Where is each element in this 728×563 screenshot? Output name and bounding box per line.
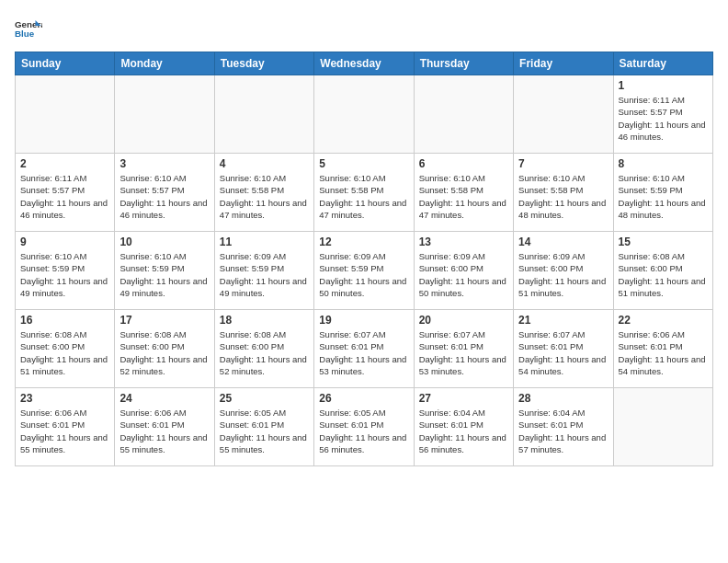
day-info: Sunrise: 6:08 AM Sunset: 6:00 PM Dayligh…	[119, 328, 209, 377]
calendar-cell: 26Sunrise: 6:05 AM Sunset: 6:01 PM Dayli…	[314, 388, 414, 466]
calendar-cell: 8Sunrise: 6:10 AM Sunset: 5:59 PM Daylig…	[613, 154, 712, 232]
calendar-cell	[314, 75, 414, 154]
day-number: 1	[619, 79, 708, 92]
day-number: 28	[518, 392, 608, 405]
day-header-monday: Monday	[115, 52, 214, 75]
week-row-1: 1Sunrise: 6:11 AM Sunset: 5:57 PM Daylig…	[16, 75, 713, 154]
day-number: 9	[20, 236, 109, 248]
calendar-cell: 16Sunrise: 6:08 AM Sunset: 6:00 PM Dayli…	[16, 310, 115, 388]
day-info: Sunrise: 6:08 AM Sunset: 6:00 PM Dayligh…	[619, 250, 708, 299]
calendar-cell: 9Sunrise: 6:10 AM Sunset: 5:59 PM Daylig…	[16, 232, 115, 310]
calendar-cell: 5Sunrise: 6:10 AM Sunset: 5:58 PM Daylig…	[314, 154, 414, 232]
logo: General Blue	[15, 15, 46, 42]
calendar-cell: 27Sunrise: 6:04 AM Sunset: 6:01 PM Dayli…	[414, 388, 513, 466]
day-number: 18	[220, 314, 309, 327]
day-number: 4	[220, 157, 309, 170]
day-info: Sunrise: 6:04 AM Sunset: 6:01 PM Dayligh…	[518, 407, 608, 455]
day-info: Sunrise: 6:06 AM Sunset: 6:01 PM Dayligh…	[119, 407, 209, 455]
day-info: Sunrise: 6:08 AM Sunset: 6:00 PM Dayligh…	[220, 328, 309, 377]
day-number: 25	[220, 392, 309, 405]
day-info: Sunrise: 6:11 AM Sunset: 5:57 PM Dayligh…	[619, 94, 708, 143]
day-number: 6	[419, 157, 508, 170]
calendar-cell: 4Sunrise: 6:10 AM Sunset: 5:58 PM Daylig…	[214, 154, 313, 232]
day-info: Sunrise: 6:11 AM Sunset: 5:57 PM Dayligh…	[20, 172, 109, 221]
day-info: Sunrise: 6:09 AM Sunset: 6:00 PM Dayligh…	[518, 250, 608, 299]
day-info: Sunrise: 6:07 AM Sunset: 6:01 PM Dayligh…	[518, 328, 608, 377]
day-number: 3	[119, 157, 209, 170]
day-info: Sunrise: 6:07 AM Sunset: 6:01 PM Dayligh…	[319, 328, 408, 377]
day-number: 15	[619, 236, 708, 248]
day-header-thursday: Thursday	[414, 52, 513, 75]
calendar-cell: 13Sunrise: 6:09 AM Sunset: 6:00 PM Dayli…	[414, 232, 513, 310]
week-row-3: 9Sunrise: 6:10 AM Sunset: 5:59 PM Daylig…	[16, 232, 713, 310]
week-row-5: 23Sunrise: 6:06 AM Sunset: 6:01 PM Dayli…	[16, 388, 713, 466]
calendar-cell	[115, 75, 214, 154]
day-number: 7	[518, 157, 608, 170]
calendar-cell	[214, 75, 313, 154]
day-number: 19	[319, 314, 408, 327]
calendar-cell: 19Sunrise: 6:07 AM Sunset: 6:01 PM Dayli…	[314, 310, 414, 388]
calendar-cell: 25Sunrise: 6:05 AM Sunset: 6:01 PM Dayli…	[214, 388, 313, 466]
week-row-2: 2Sunrise: 6:11 AM Sunset: 5:57 PM Daylig…	[16, 154, 713, 232]
calendar-cell: 12Sunrise: 6:09 AM Sunset: 5:59 PM Dayli…	[314, 232, 414, 310]
calendar-cell: 11Sunrise: 6:09 AM Sunset: 5:59 PM Dayli…	[214, 232, 313, 310]
day-header-tuesday: Tuesday	[214, 52, 313, 75]
calendar-cell: 14Sunrise: 6:09 AM Sunset: 6:00 PM Dayli…	[514, 232, 613, 310]
day-header-friday: Friday	[514, 52, 613, 75]
calendar-cell: 21Sunrise: 6:07 AM Sunset: 6:01 PM Dayli…	[514, 310, 613, 388]
calendar: SundayMondayTuesdayWednesdayThursdayFrid…	[15, 52, 713, 466]
calendar-cell	[414, 75, 513, 154]
calendar-cell: 10Sunrise: 6:10 AM Sunset: 5:59 PM Dayli…	[115, 232, 214, 310]
logo-icon: General Blue	[15, 15, 42, 42]
day-number: 17	[119, 314, 209, 327]
calendar-cell: 17Sunrise: 6:08 AM Sunset: 6:00 PM Dayli…	[115, 310, 214, 388]
calendar-cell: 15Sunrise: 6:08 AM Sunset: 6:00 PM Dayli…	[613, 232, 712, 310]
day-info: Sunrise: 6:10 AM Sunset: 5:58 PM Dayligh…	[518, 172, 608, 221]
day-number: 12	[319, 236, 408, 248]
day-info: Sunrise: 6:09 AM Sunset: 5:59 PM Dayligh…	[220, 250, 309, 299]
calendar-cell: 18Sunrise: 6:08 AM Sunset: 6:00 PM Dayli…	[214, 310, 313, 388]
calendar-cell: 23Sunrise: 6:06 AM Sunset: 6:01 PM Dayli…	[16, 388, 115, 466]
day-number: 13	[419, 236, 508, 248]
day-info: Sunrise: 6:09 AM Sunset: 6:00 PM Dayligh…	[419, 250, 508, 299]
day-number: 2	[20, 157, 109, 170]
calendar-cell: 22Sunrise: 6:06 AM Sunset: 6:01 PM Dayli…	[613, 310, 712, 388]
day-number: 20	[419, 314, 508, 327]
day-header-wednesday: Wednesday	[314, 52, 414, 75]
day-number: 14	[518, 236, 608, 248]
calendar-cell: 24Sunrise: 6:06 AM Sunset: 6:01 PM Dayli…	[115, 388, 214, 466]
day-info: Sunrise: 6:06 AM Sunset: 6:01 PM Dayligh…	[20, 407, 109, 455]
calendar-cell: 7Sunrise: 6:10 AM Sunset: 5:58 PM Daylig…	[514, 154, 613, 232]
day-info: Sunrise: 6:07 AM Sunset: 6:01 PM Dayligh…	[419, 328, 508, 377]
day-info: Sunrise: 6:10 AM Sunset: 5:57 PM Dayligh…	[119, 172, 209, 221]
day-number: 21	[518, 314, 608, 327]
day-info: Sunrise: 6:10 AM Sunset: 5:59 PM Dayligh…	[619, 172, 708, 221]
calendar-cell: 6Sunrise: 6:10 AM Sunset: 5:58 PM Daylig…	[414, 154, 513, 232]
calendar-cell	[514, 75, 613, 154]
week-row-4: 16Sunrise: 6:08 AM Sunset: 6:00 PM Dayli…	[16, 310, 713, 388]
day-info: Sunrise: 6:09 AM Sunset: 5:59 PM Dayligh…	[319, 250, 408, 299]
calendar-cell	[613, 388, 712, 466]
day-info: Sunrise: 6:08 AM Sunset: 6:00 PM Dayligh…	[20, 328, 109, 377]
calendar-cell: 1Sunrise: 6:11 AM Sunset: 5:57 PM Daylig…	[613, 75, 712, 154]
day-header-sunday: Sunday	[16, 52, 115, 75]
day-info: Sunrise: 6:10 AM Sunset: 5:58 PM Dayligh…	[220, 172, 309, 221]
day-number: 23	[20, 392, 109, 405]
day-info: Sunrise: 6:10 AM Sunset: 5:59 PM Dayligh…	[119, 250, 209, 299]
day-number: 11	[220, 236, 309, 248]
calendar-cell: 2Sunrise: 6:11 AM Sunset: 5:57 PM Daylig…	[16, 154, 115, 232]
day-header-saturday: Saturday	[613, 52, 712, 75]
calendar-cell: 3Sunrise: 6:10 AM Sunset: 5:57 PM Daylig…	[115, 154, 214, 232]
day-number: 27	[419, 392, 508, 405]
page-header: General Blue	[15, 15, 713, 42]
calendar-cell	[16, 75, 115, 154]
day-info: Sunrise: 6:06 AM Sunset: 6:01 PM Dayligh…	[619, 328, 708, 377]
day-info: Sunrise: 6:10 AM Sunset: 5:58 PM Dayligh…	[319, 172, 408, 221]
day-info: Sunrise: 6:04 AM Sunset: 6:01 PM Dayligh…	[419, 407, 508, 455]
day-info: Sunrise: 6:05 AM Sunset: 6:01 PM Dayligh…	[220, 407, 309, 455]
calendar-cell: 20Sunrise: 6:07 AM Sunset: 6:01 PM Dayli…	[414, 310, 513, 388]
day-info: Sunrise: 6:05 AM Sunset: 6:01 PM Dayligh…	[319, 407, 408, 455]
day-info: Sunrise: 6:10 AM Sunset: 5:59 PM Dayligh…	[20, 250, 109, 299]
day-number: 16	[20, 314, 109, 327]
day-number: 5	[319, 157, 408, 170]
